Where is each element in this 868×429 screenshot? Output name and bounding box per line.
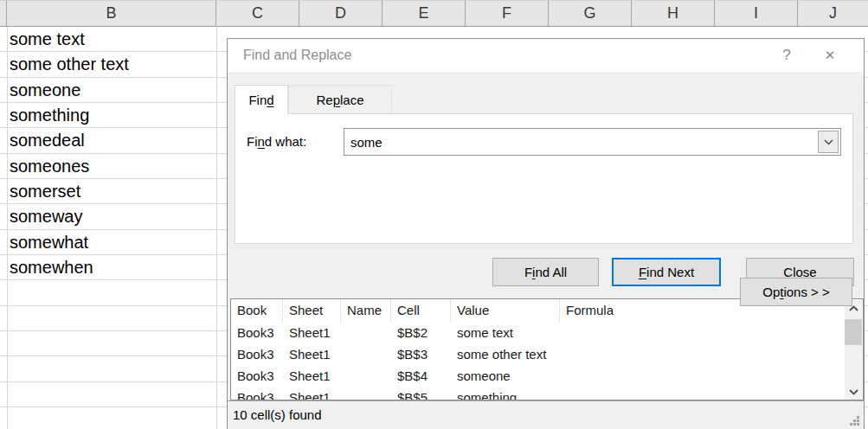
results-col-value[interactable]: Value [451,299,560,322]
result-cell-sheet: Sheet1 [283,343,341,365]
result-cell-cell: $B$5 [391,387,451,400]
result-row[interactable]: Book3 Sheet1 $B$3 some other text [231,343,863,365]
result-cell-cell: $B$2 [391,322,451,343]
find-what-label: Find what: [247,128,306,156]
find-what-input[interactable] [344,129,819,155]
gridline-vertical [7,27,8,429]
cell-b7-text: someones [10,155,89,178]
result-cell-name [341,322,391,343]
result-cell-formula [560,365,863,387]
find-next-button-label: Find Next [639,265,694,279]
column-header-g[interactable]: G [549,1,632,26]
column-header-c[interactable]: C [216,1,299,26]
find-replace-dialog: Find and Replace ? ✕ Find Replace Find w… [227,38,865,429]
column-header-d[interactable]: D [299,1,383,26]
options-button[interactable]: Options > > [740,278,852,306]
find-next-button[interactable]: Find Next [612,258,721,286]
result-row[interactable]: Book3 Sheet1 $B$4 someone [231,365,863,387]
column-header-row: B C D E F G H I J [0,0,868,27]
result-cell-value: some text [451,322,560,343]
tab-find-label: Find [248,93,273,107]
cell-b11-text: somewhen [10,256,93,279]
cell-b9-text: someway [10,205,82,228]
cell-b10-text: somewhat [10,231,88,254]
options-button-label: Options > > [762,285,830,299]
dialog-status-bar: 10 cell(s) found [228,400,864,429]
column-header-j[interactable]: J [798,1,868,26]
resize-grip-icon[interactable] [850,416,860,426]
column-header-f[interactable]: F [466,1,549,26]
column-header-b[interactable]: B [7,1,216,26]
result-cell-formula [560,322,863,343]
chevron-down-icon [849,389,858,395]
result-cell-value: someone [451,365,560,387]
result-cell-sheet: Sheet1 [283,387,341,400]
cell-b5-text: something [10,104,89,127]
results-col-name[interactable]: Name [341,299,391,322]
scroll-down-button[interactable] [845,384,862,400]
result-cell-formula [560,343,863,365]
result-cell-book: Book3 [231,343,283,365]
close-icon[interactable]: ✕ [815,39,845,72]
result-cell-book: Book3 [231,322,283,343]
result-cell-sheet: Sheet1 [283,365,341,387]
result-cell-book: Book3 [231,387,283,400]
cell-b6-text: somedeal [10,129,85,152]
result-cell-formula [560,387,863,400]
result-cell-name [341,343,391,365]
gridline-vertical [216,27,217,429]
result-cell-sheet: Sheet1 [283,322,341,343]
results-col-book[interactable]: Book [231,299,283,322]
cell-b4-text: someone [10,79,80,102]
find-what-combobox [344,128,841,156]
column-header-h[interactable]: H [632,1,715,26]
cell-b3-text: some other text [10,53,129,76]
dialog-titlebar[interactable]: Find and Replace ? ✕ [228,39,864,72]
dialog-title: Find and Replace [243,39,351,72]
column-header-i[interactable]: I [715,1,798,26]
cell-b2-text: some text [10,28,85,51]
chevron-up-icon [849,305,858,311]
result-cell-name [341,387,391,400]
results-scrollbar[interactable] [845,300,862,400]
column-header-a-sliver[interactable] [0,1,7,26]
find-tab-page: Find what: Options > > [235,113,853,244]
find-all-button-label: Find All [524,265,567,279]
result-cell-value: something [451,387,560,400]
results-col-cell[interactable]: Cell [391,299,451,322]
combo-dropdown-button[interactable] [818,131,839,153]
help-icon[interactable]: ? [772,39,801,72]
tab-find[interactable]: Find [235,85,288,114]
result-row[interactable]: Book3 Sheet1 $B$2 some text [231,322,863,343]
results-list: Book Sheet Name Cell Value Formula Book3… [230,298,864,400]
result-cell-cell: $B$3 [391,343,451,365]
result-cell-name [341,365,391,387]
cell-b8-text: somerset [10,180,80,203]
tab-replace[interactable]: Replace [288,85,392,113]
column-header-e[interactable]: E [383,1,466,26]
chevron-down-icon [824,139,833,145]
results-col-sheet[interactable]: Sheet [283,299,341,322]
result-cell-book: Book3 [231,365,283,387]
scrollbar-thumb[interactable] [845,319,862,345]
find-all-button[interactable]: Find All [492,258,599,286]
status-text: 10 cell(s) found [233,401,322,429]
tab-replace-label: Replace [316,93,363,107]
excel-window: B C D E F G H I J some text some other t… [0,0,868,429]
result-cell-value: some other text [451,343,560,365]
result-row[interactable]: Book3 Sheet1 $B$5 something [231,387,863,400]
result-cell-cell: $B$4 [391,365,451,387]
